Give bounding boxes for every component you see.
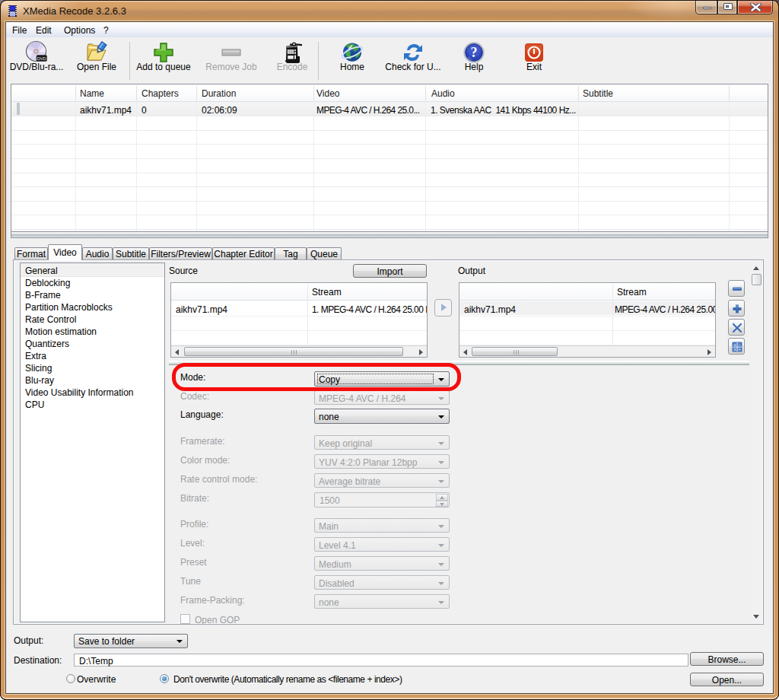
svg-text:x: x bbox=[734, 347, 736, 352]
svg-text:?: ? bbox=[471, 45, 478, 60]
svg-text:+: + bbox=[733, 342, 736, 347]
svg-text:-: - bbox=[739, 342, 740, 347]
svg-text:DVD: DVD bbox=[37, 56, 46, 61]
svg-text:÷: ÷ bbox=[738, 347, 740, 352]
